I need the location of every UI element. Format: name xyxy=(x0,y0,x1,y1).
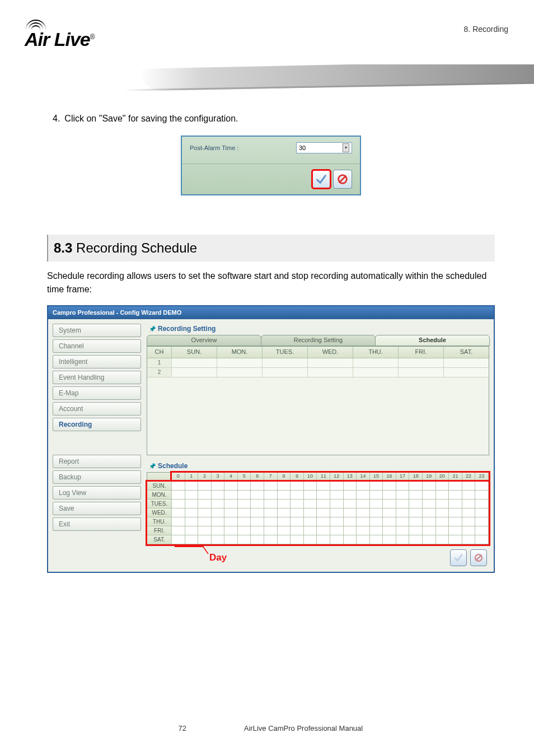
schedule-cell[interactable] xyxy=(475,526,489,535)
channel-day-cell[interactable] xyxy=(263,368,308,377)
channel-day-cell[interactable] xyxy=(399,358,444,367)
schedule-cell[interactable] xyxy=(370,508,383,517)
schedule-cell[interactable] xyxy=(291,500,304,508)
sidebar-item-save[interactable]: Save xyxy=(53,502,141,515)
schedule-cell[interactable] xyxy=(317,535,330,544)
schedule-cell[interactable] xyxy=(462,535,476,544)
schedule-cell[interactable] xyxy=(357,482,370,491)
schedule-cell[interactable] xyxy=(449,482,462,491)
channel-day-cell[interactable] xyxy=(444,358,489,367)
post-alarm-dropdown[interactable]: 30 ▾ xyxy=(296,142,352,153)
channel-day-cell[interactable] xyxy=(217,358,263,367)
schedule-cell[interactable] xyxy=(238,517,251,526)
schedule-cell[interactable] xyxy=(344,517,357,526)
schedule-cell[interactable] xyxy=(436,535,449,544)
channel-day-cell[interactable] xyxy=(353,358,399,367)
schedule-cell[interactable] xyxy=(357,508,370,517)
schedule-cell[interactable] xyxy=(304,526,317,535)
sidebar-item-report[interactable]: Report xyxy=(53,455,141,468)
schedule-cell[interactable] xyxy=(212,535,225,544)
schedule-cell[interactable] xyxy=(396,500,410,508)
schedule-cell[interactable] xyxy=(436,491,449,500)
schedule-cell[interactable] xyxy=(396,526,410,535)
schedule-cell[interactable] xyxy=(212,508,225,517)
schedule-cell[interactable] xyxy=(396,482,410,491)
schedule-cell[interactable] xyxy=(251,508,264,517)
sidebar-item-log-view[interactable]: Log View xyxy=(53,486,141,500)
schedule-cell[interactable] xyxy=(317,500,330,508)
channel-day-cell[interactable] xyxy=(172,358,217,367)
schedule-cell[interactable] xyxy=(198,491,212,500)
schedule-cell[interactable] xyxy=(291,491,304,500)
schedule-cell[interactable] xyxy=(317,491,330,500)
schedule-cell[interactable] xyxy=(436,508,449,517)
schedule-cell[interactable] xyxy=(198,482,212,491)
schedule-cell[interactable] xyxy=(409,517,423,526)
schedule-cell[interactable] xyxy=(449,491,462,500)
schedule-cell[interactable] xyxy=(185,491,199,500)
schedule-cell[interactable] xyxy=(172,517,185,526)
schedule-cell[interactable] xyxy=(278,491,291,500)
schedule-cell[interactable] xyxy=(449,517,462,526)
schedule-cell[interactable] xyxy=(278,508,291,517)
schedule-cell[interactable] xyxy=(212,526,225,535)
schedule-cell[interactable] xyxy=(396,491,410,500)
schedule-cell[interactable] xyxy=(330,491,344,500)
schedule-cell[interactable] xyxy=(172,482,185,491)
schedule-cell[interactable] xyxy=(462,500,476,508)
schedule-cell[interactable] xyxy=(396,535,410,544)
schedule-cell[interactable] xyxy=(475,491,489,500)
schedule-cell[interactable] xyxy=(330,517,344,526)
schedule-cell[interactable] xyxy=(344,535,357,544)
schedule-cell[interactable] xyxy=(238,508,251,517)
schedule-cell[interactable] xyxy=(185,482,199,491)
schedule-cell[interactable] xyxy=(330,482,344,491)
schedule-cell[interactable] xyxy=(449,508,462,517)
schedule-cell[interactable] xyxy=(304,508,317,517)
schedule-cell[interactable] xyxy=(278,517,291,526)
schedule-cell[interactable] xyxy=(198,500,212,508)
schedule-cell[interactable] xyxy=(370,491,383,500)
schedule-cell[interactable] xyxy=(224,500,238,508)
channel-day-cell[interactable] xyxy=(308,368,353,377)
channel-day-cell[interactable] xyxy=(353,368,399,377)
schedule-cell[interactable] xyxy=(317,526,330,535)
sidebar-item-recording[interactable]: Recording xyxy=(53,418,141,431)
chevron-down-icon[interactable]: ▾ xyxy=(343,143,349,152)
schedule-cell[interactable] xyxy=(251,500,264,508)
schedule-cell[interactable] xyxy=(278,535,291,544)
schedule-cell[interactable] xyxy=(383,526,396,535)
schedule-cell[interactable] xyxy=(278,500,291,508)
schedule-cell[interactable] xyxy=(383,500,396,508)
schedule-cell[interactable] xyxy=(436,526,449,535)
schedule-cell[interactable] xyxy=(436,517,449,526)
schedule-cell[interactable] xyxy=(185,535,199,544)
schedule-cell[interactable] xyxy=(383,482,396,491)
schedule-cell[interactable] xyxy=(185,500,199,508)
schedule-cell[interactable] xyxy=(291,535,304,544)
schedule-cell[interactable] xyxy=(396,508,410,517)
save-button[interactable] xyxy=(312,170,331,189)
schedule-cell[interactable] xyxy=(370,482,383,491)
schedule-cell[interactable] xyxy=(475,535,489,544)
schedule-cell[interactable] xyxy=(357,526,370,535)
schedule-cell[interactable] xyxy=(462,491,476,500)
schedule-cell[interactable] xyxy=(423,517,436,526)
schedule-cell[interactable] xyxy=(185,526,199,535)
schedule-cell[interactable] xyxy=(317,482,330,491)
schedule-cell[interactable] xyxy=(238,500,251,508)
schedule-cell[interactable] xyxy=(251,517,264,526)
schedule-cell[interactable] xyxy=(330,500,344,508)
schedule-cell[interactable] xyxy=(291,517,304,526)
sidebar-item-system[interactable]: System xyxy=(53,324,141,337)
tab-recording-setting[interactable]: Recording Setting xyxy=(261,335,376,346)
schedule-cell[interactable] xyxy=(251,482,264,491)
schedule-cell[interactable] xyxy=(357,517,370,526)
schedule-cell[interactable] xyxy=(304,491,317,500)
schedule-cell[interactable] xyxy=(475,500,489,508)
schedule-cell[interactable] xyxy=(224,535,238,544)
schedule-cell[interactable] xyxy=(344,500,357,508)
schedule-cell[interactable] xyxy=(383,517,396,526)
schedule-cell[interactable] xyxy=(357,500,370,508)
schedule-cell[interactable] xyxy=(344,491,357,500)
